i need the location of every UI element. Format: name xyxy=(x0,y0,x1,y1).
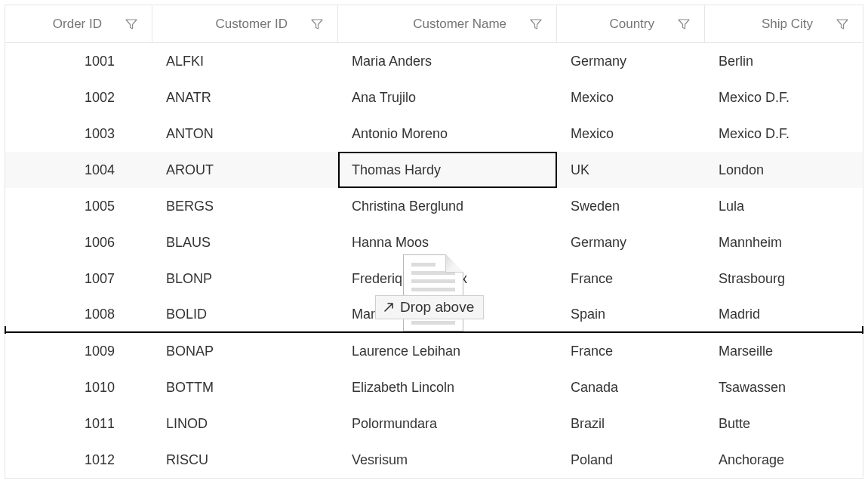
data-grid: Order ID Customer ID Customer Name Count… xyxy=(5,5,863,479)
table-row[interactable]: 1010BOTTMElizabeth LincolnCanadaTsawasse… xyxy=(5,369,863,405)
column-header-label: Order ID xyxy=(16,17,125,32)
cell-customer-id[interactable]: ANTON xyxy=(152,116,338,152)
cell-ship-city[interactable]: Marseille xyxy=(705,333,863,369)
filter-icon[interactable] xyxy=(677,18,691,30)
cell-country[interactable]: Spain xyxy=(557,297,705,331)
data-grid-wrapper: Order ID Customer ID Customer Name Count… xyxy=(0,0,868,490)
cell-ship-city[interactable]: Berlin xyxy=(705,43,863,79)
table-row[interactable]: 1003ANTONAntonio MorenoMexicoMexico D.F. xyxy=(5,116,863,152)
cell-customer-id[interactable]: BONAP xyxy=(152,333,338,369)
drop-indicator-end xyxy=(862,326,863,334)
column-header-country[interactable]: Country xyxy=(557,5,705,42)
cell-order-id[interactable]: 1007 xyxy=(5,260,152,297)
filter-icon[interactable] xyxy=(125,18,138,30)
cell-customer-name[interactable]: Thomas Hardy xyxy=(338,152,557,188)
column-header-customer-id[interactable]: Customer ID xyxy=(152,5,338,42)
cell-country[interactable]: Poland xyxy=(557,442,705,478)
cell-country[interactable]: Brazil xyxy=(557,405,705,442)
cell-customer-id[interactable]: ALFKI xyxy=(152,43,338,79)
cell-ship-city[interactable]: Lula xyxy=(705,188,863,224)
cell-country[interactable]: Canada xyxy=(557,369,705,405)
cell-customer-id[interactable]: LINOD xyxy=(152,405,338,442)
column-header-ship-city[interactable]: Ship City xyxy=(705,5,863,42)
cell-order-id[interactable]: 1002 xyxy=(5,79,152,116)
cell-customer-id[interactable]: BLONP xyxy=(152,260,338,297)
cell-order-id[interactable]: 1009 xyxy=(5,333,152,369)
cell-customer-id[interactable]: RISCU xyxy=(152,442,338,478)
cell-country[interactable]: Germany xyxy=(557,224,705,260)
cell-country[interactable]: Mexico xyxy=(557,116,705,152)
cell-order-id[interactable]: 1004 xyxy=(5,152,152,188)
drop-indicator-end xyxy=(5,326,6,334)
cell-customer-name[interactable]: Vesrisum xyxy=(338,442,557,478)
cell-ship-city[interactable]: Butte xyxy=(705,405,863,442)
cell-country[interactable]: Sweden xyxy=(557,188,705,224)
column-header-label: Country xyxy=(568,17,677,32)
table-row[interactable]: 1004AROUTThomas HardyUKLondon xyxy=(5,152,863,188)
filter-icon[interactable] xyxy=(836,18,849,30)
cell-order-id[interactable]: 1006 xyxy=(5,224,152,260)
table-row[interactable]: 1005BERGSChristina BerglundSwedenLula xyxy=(5,188,863,224)
cell-customer-id[interactable]: BERGS xyxy=(152,188,338,224)
table-row[interactable]: 1002ANATRAna TrujiloMexicoMexico D.F. xyxy=(5,79,863,116)
column-header-order-id[interactable]: Order ID xyxy=(5,5,152,42)
cell-ship-city[interactable]: Mannheim xyxy=(705,224,863,260)
cell-ship-city[interactable]: Anchorage xyxy=(705,442,863,478)
cell-ship-city[interactable]: London xyxy=(705,152,863,188)
table-row[interactable]: 1011LINODPolormundaraBrazilButte xyxy=(5,405,863,442)
table-row[interactable]: 1008BOLIDMartin SommerSpainMadrid xyxy=(5,297,863,333)
cell-customer-name[interactable]: Christina Berglund xyxy=(338,188,557,224)
cell-ship-city[interactable]: Mexico D.F. xyxy=(705,116,863,152)
cell-ship-city[interactable]: Madrid xyxy=(705,297,863,331)
cell-customer-name[interactable]: Polormundara xyxy=(338,405,557,442)
cell-customer-name[interactable]: Antonio Moreno xyxy=(338,116,557,152)
column-header-customer-name[interactable]: Customer Name xyxy=(338,5,557,42)
cell-order-id[interactable]: 1005 xyxy=(5,188,152,224)
table-row[interactable]: 1009BONAPLaurence LebihanFranceMarseille xyxy=(5,333,863,369)
cell-customer-name[interactable]: Hanna Moos xyxy=(338,224,557,260)
cell-customer-id[interactable]: BLAUS xyxy=(152,224,338,260)
column-header-label: Customer Name xyxy=(349,17,529,32)
cell-customer-id[interactable]: ANATR xyxy=(152,79,338,116)
cell-customer-name[interactable]: Laurence Lebihan xyxy=(338,333,557,369)
cell-order-id[interactable]: 1010 xyxy=(5,369,152,405)
cell-ship-city[interactable]: Tsawassen xyxy=(705,369,863,405)
table-row[interactable]: 1001ALFKIMaria AndersGermanyBerlin xyxy=(5,43,863,79)
cell-country[interactable]: UK xyxy=(557,152,705,188)
grid-body: 1001ALFKIMaria AndersGermanyBerlin1002AN… xyxy=(5,43,863,478)
filter-icon[interactable] xyxy=(310,18,324,30)
table-row[interactable]: 1012RISCUVesrisumPolandAnchorage xyxy=(5,442,863,478)
cell-country[interactable]: Mexico xyxy=(557,79,705,116)
cell-customer-id[interactable]: BOLID xyxy=(152,297,338,331)
cell-customer-name[interactable]: Frederique Citeaux xyxy=(338,260,557,297)
column-header-label: Ship City xyxy=(716,17,836,32)
cell-customer-name[interactable]: Maria Anders xyxy=(338,43,557,79)
cell-country[interactable]: France xyxy=(557,260,705,297)
column-header-label: Customer ID xyxy=(163,17,310,32)
cell-customer-name[interactable]: Ana Trujilo xyxy=(338,79,557,116)
cell-customer-id[interactable]: BOTTM xyxy=(152,369,338,405)
cell-ship-city[interactable]: Mexico D.F. xyxy=(705,79,863,116)
cell-country[interactable]: Germany xyxy=(557,43,705,79)
cell-order-id[interactable]: 1011 xyxy=(5,405,152,442)
table-row[interactable]: 1007BLONPFrederique CiteauxFranceStrasbo… xyxy=(5,260,863,297)
cell-order-id[interactable]: 1008 xyxy=(5,297,152,331)
table-row[interactable]: 1006BLAUSHanna MoosGermanyMannheim xyxy=(5,224,863,260)
column-header-row: Order ID Customer ID Customer Name Count… xyxy=(5,5,863,43)
cell-ship-city[interactable]: Strasbourg xyxy=(705,260,863,297)
cell-customer-id[interactable]: AROUT xyxy=(152,152,338,188)
cell-customer-name[interactable]: Martin Sommer xyxy=(338,297,557,331)
cell-order-id[interactable]: 1001 xyxy=(5,43,152,79)
cell-order-id[interactable]: 1003 xyxy=(5,116,152,152)
cell-customer-name[interactable]: Elizabeth Lincoln xyxy=(338,369,557,405)
cell-order-id[interactable]: 1012 xyxy=(5,442,152,478)
cell-country[interactable]: France xyxy=(557,333,705,369)
filter-icon[interactable] xyxy=(529,18,543,30)
